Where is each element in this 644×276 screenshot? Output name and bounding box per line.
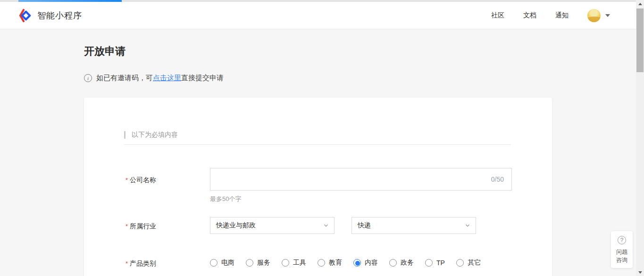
nav-item-docs[interactable]: 文档: [523, 11, 536, 20]
scroll-up-arrow[interactable]: [636, 0, 644, 8]
loading-progress-track: [0, 0, 644, 2]
company-name-label: *公司名称: [125, 176, 156, 184]
question-mark-icon: ?: [618, 236, 626, 244]
user-avatar[interactable]: [587, 9, 601, 22]
help-consult-button[interactable]: ? 问题 咨询: [611, 231, 633, 268]
radio-option-ecommerce[interactable]: 电商: [210, 259, 234, 267]
radio-icon-selected: [353, 259, 361, 267]
radio-icon: [210, 259, 217, 267]
radio-icon: [246, 259, 253, 267]
info-icon: i: [84, 74, 92, 82]
radio-option-tools[interactable]: 工具: [282, 259, 306, 267]
scrollbar-thumb[interactable]: [636, 8, 644, 72]
notice-text-prefix: 如已有邀请码，可: [96, 74, 153, 83]
user-menu[interactable]: [587, 9, 610, 22]
smart-miniprogram-logo-icon: [19, 8, 33, 23]
chevron-down-icon: [605, 14, 610, 17]
radio-icon: [425, 259, 433, 267]
industry-secondary-value: 快递: [358, 221, 465, 230]
company-name-helper: 最多50个字: [210, 195, 241, 203]
radio-option-other[interactable]: 其它: [456, 259, 481, 267]
triangle-up-icon: [638, 3, 642, 5]
radio-option-content[interactable]: 内容: [353, 259, 378, 267]
radio-option-government[interactable]: 政务: [389, 259, 414, 267]
brand-logo-home[interactable]: 智能小程序: [19, 8, 82, 23]
page-title: 开放申请: [84, 44, 125, 59]
radio-option-service[interactable]: 服务: [246, 259, 270, 267]
top-navbar: 智能小程序 社区 文档 通知: [0, 2, 636, 29]
triangle-down-icon: [638, 271, 642, 274]
radio-icon: [389, 259, 397, 267]
section-title: 以下为必填内容: [132, 131, 178, 139]
section-accent-bar: [124, 131, 125, 139]
loading-progress-bar: [18, 0, 122, 2]
required-asterisk: *: [125, 223, 128, 230]
industry-primary-select[interactable]: 快递业与邮政: [210, 217, 335, 234]
scroll-down-arrow[interactable]: [636, 268, 644, 276]
chevron-down-icon: [465, 223, 470, 228]
radio-option-tp[interactable]: TP: [425, 259, 445, 267]
required-asterisk: *: [125, 260, 128, 267]
char-counter: 0/50: [491, 176, 511, 183]
required-section-header: 以下为必填内容: [124, 131, 178, 139]
top-nav-links: 社区 文档 通知: [491, 9, 636, 22]
product-category-radio-group: 电商 服务 工具 教育 内容 政务 TP 其它: [210, 259, 492, 267]
section-divider: [124, 144, 511, 145]
industry-primary-value: 快递业与邮政: [216, 221, 324, 230]
nav-item-notifications[interactable]: 通知: [555, 11, 569, 20]
help-label-line1: 问题: [616, 249, 627, 255]
radio-option-education[interactable]: 教育: [318, 259, 342, 267]
required-asterisk: *: [125, 176, 128, 184]
nav-item-community[interactable]: 社区: [491, 11, 504, 20]
chevron-down-icon: [324, 223, 328, 228]
application-form-card: 以下为必填内容 *公司名称 0/50 最多50个字 *所属行业 快递业与邮政 快…: [84, 98, 552, 276]
radio-icon: [282, 259, 289, 267]
help-label-line2: 咨询: [616, 257, 627, 263]
notice-text-suffix: 直接提交申请: [181, 74, 224, 83]
industry-label: *所属行业: [125, 222, 156, 231]
company-name-input[interactable]: [210, 168, 491, 190]
vertical-scrollbar[interactable]: [636, 0, 644, 276]
radio-icon: [318, 259, 325, 267]
product-category-label: *产品类别: [125, 259, 156, 268]
company-name-input-wrap: 0/50: [210, 168, 512, 191]
industry-secondary-select[interactable]: 快递: [351, 217, 476, 234]
brand-name: 智能小程序: [37, 10, 82, 21]
click-here-link[interactable]: 点击这里: [153, 74, 181, 83]
invite-code-notice: i 如已有邀请码，可点击这里直接提交申请: [84, 74, 224, 83]
radio-icon: [456, 259, 464, 267]
